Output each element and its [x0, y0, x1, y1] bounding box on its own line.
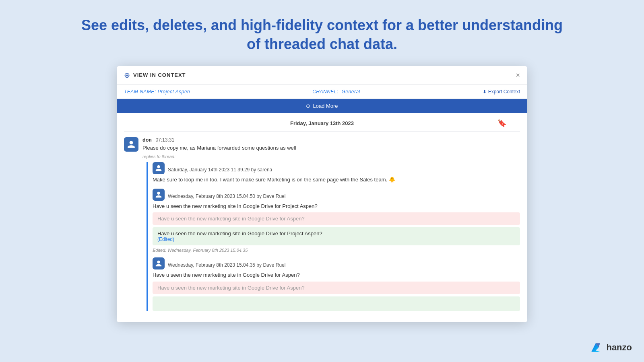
export-context-button[interactable]: ⬇ Export Context — [483, 89, 520, 95]
modal-meta-bar: TEAM NAME: Project Aspen CHANNEL: Genera… — [117, 85, 527, 99]
modal: ⊕ VIEW IN CONTEXT × TEAM NAME: Project A… — [117, 66, 527, 322]
avatar — [124, 137, 138, 152]
edit-timestamp: Edited: Wednesday, February 8th 2023 15.… — [153, 248, 520, 253]
context-icon: ⊕ — [124, 71, 130, 80]
hanzo-logo-icon — [588, 340, 603, 355]
thread-message: Wednesday, February 8th 2023 15.04.35 by… — [153, 257, 520, 311]
modal-wrapper: ⊕ VIEW IN CONTEXT × TEAM NAME: Project A… — [117, 66, 527, 322]
modal-title: VIEW IN CONTEXT — [133, 72, 186, 78]
modal-title-left: ⊕ VIEW IN CONTEXT — [124, 71, 186, 80]
message-time: 07:13:31 — [155, 137, 174, 143]
thread-msg-date-by: Saturday, January 14th 2023 11.39.29 by … — [168, 165, 272, 173]
message-block: don 07:13:31 Please do copy me, as Maria… — [124, 137, 520, 316]
date-divider: Friday, January 13th 2023 — [124, 117, 520, 132]
message-header: don 07:13:31 — [142, 137, 520, 143]
thread-block: Saturday, January 14th 2023 11.39.29 by … — [147, 162, 520, 311]
replies-label: replies to thread: — [142, 154, 520, 159]
modal-title-bar: ⊕ VIEW IN CONTEXT × — [117, 66, 527, 85]
thread-msg-text: Have u seen the new marketing site in Go… — [153, 202, 520, 210]
hanzo-branding: hanzo — [588, 340, 632, 355]
edit-deleted-text: Have u seen the new marketing site in Go… — [153, 212, 520, 225]
message-sender: don — [142, 137, 152, 143]
thread-avatar — [153, 162, 165, 174]
load-more-button[interactable]: ⊙ Load More — [117, 99, 527, 113]
thread-msg-text: Make sure to loop me in too. I want to m… — [153, 176, 520, 184]
thread-msg-date-by: Wednesday, February 8th 2023 15.04.35 by… — [168, 261, 285, 268]
edit-new-text: Have u seen the new marketing site in Go… — [157, 230, 515, 237]
modal-close-button[interactable]: × — [516, 72, 520, 79]
thread-msg-date-by: Wednesday, February 8th 2023 15.04.50 by… — [168, 192, 285, 199]
message-content: don 07:13:31 Please do copy me, as Maria… — [142, 137, 520, 316]
bookmark-icon: 🔖 — [497, 119, 506, 128]
thread-message: Wednesday, February 8th 2023 15.04.50 by… — [153, 189, 520, 253]
message-text: Please do copy me, as Mariana forwarded … — [142, 144, 520, 152]
page-title: See edits, deletes, and high-fidelity co… — [80, 16, 564, 54]
team-name-label: TEAM NAME: Project Aspen — [124, 89, 190, 95]
export-icon: ⬇ — [483, 89, 487, 95]
thread-message: Saturday, January 14th 2023 11.39.29 by … — [153, 162, 520, 184]
chat-body[interactable]: 🔖 Friday, January 13th 2023 don 07:13:31… — [117, 113, 527, 322]
channel-label: CHANNEL: General — [312, 89, 360, 95]
thread-avatar — [153, 189, 165, 201]
load-more-icon: ⊙ — [306, 103, 310, 109]
edit-label: (Edited) — [157, 237, 515, 242]
edit-deleted-text: Have u seen the new marketing site in Go… — [153, 282, 520, 294]
edit-placeholder — [153, 296, 520, 311]
hanzo-name: hanzo — [606, 342, 632, 353]
thread-avatar — [153, 257, 165, 269]
thread-msg-text: Have u seen the new marketing site in Go… — [153, 271, 520, 279]
page-header: See edits, deletes, and high-fidelity co… — [0, 0, 644, 66]
edit-new-block: Have u seen the new marketing site in Go… — [153, 227, 520, 245]
